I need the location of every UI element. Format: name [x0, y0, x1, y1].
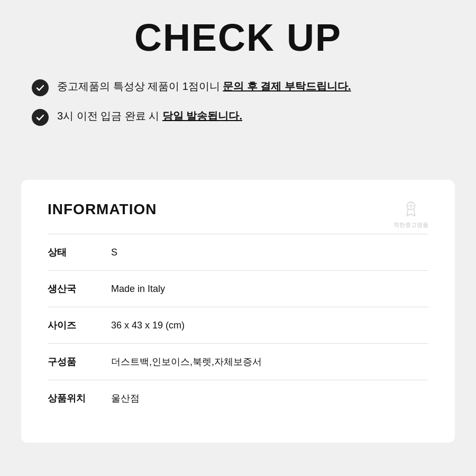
info-value-4: 울산점: [111, 380, 428, 417]
top-section: CHECK UP 중고제품의 특성상 제품이 1점이니 문의 후 결제 부탁드립…: [0, 0, 476, 159]
info-label-0: 상태: [48, 234, 111, 271]
check-text-2: 3시 이전 입금 완료 시 당일 발송됩니다.: [57, 108, 242, 124]
table-row: 사이즈36 x 43 x 19 (cm): [48, 307, 428, 344]
info-value-3: 더스트백,인보이스,북렛,자체보증서: [111, 344, 428, 380]
info-label-1: 생산국: [48, 271, 111, 307]
info-value-0: S: [111, 234, 428, 271]
info-value-1: Made in Italy: [111, 271, 428, 307]
check-text-1-bold: 문의 후 결제 부탁드립니다.: [223, 80, 351, 92]
info-label-2: 사이즈: [48, 307, 111, 344]
check-text-1-before: 중고제품의 특성상 제품이 1점이니: [57, 80, 223, 92]
check-text-1: 중고제품의 특성상 제품이 1점이니 문의 후 결제 부탁드립니다.: [57, 78, 351, 94]
information-table: 상태S생산국Made in Italy사이즈36 x 43 x 19 (cm)구…: [48, 234, 428, 416]
page-title: CHECK UP: [32, 16, 444, 59]
spacer: [0, 159, 476, 180]
watermark-label: 착한중고명품: [393, 221, 428, 229]
information-card: INFORMATION 착한중고명품 상태S생산국Made in Italy사이…: [21, 180, 455, 443]
check-item-1: 중고제품의 특성상 제품이 1점이니 문의 후 결제 부탁드립니다.: [32, 78, 444, 96]
info-value-2: 36 x 43 x 19 (cm): [111, 307, 428, 344]
watermark: 착한중고명품: [393, 199, 428, 229]
table-row: 상태S: [48, 234, 428, 271]
table-row: 상품위치울산점: [48, 380, 428, 417]
info-label-4: 상품위치: [48, 380, 111, 417]
checkmark-icon-1: [32, 79, 49, 96]
checkmark-icon-2: [32, 109, 49, 126]
table-row: 생산국Made in Italy: [48, 271, 428, 307]
table-row: 구성품더스트백,인보이스,북렛,자체보증서: [48, 344, 428, 380]
info-label-3: 구성품: [48, 344, 111, 380]
check-text-2-before: 3시 이전 입금 완료 시: [57, 110, 162, 122]
check-text-2-bold: 당일 발송됩니다.: [162, 110, 242, 122]
information-title: INFORMATION: [48, 201, 428, 218]
check-item-2: 3시 이전 입금 완료 시 당일 발송됩니다.: [32, 108, 444, 126]
